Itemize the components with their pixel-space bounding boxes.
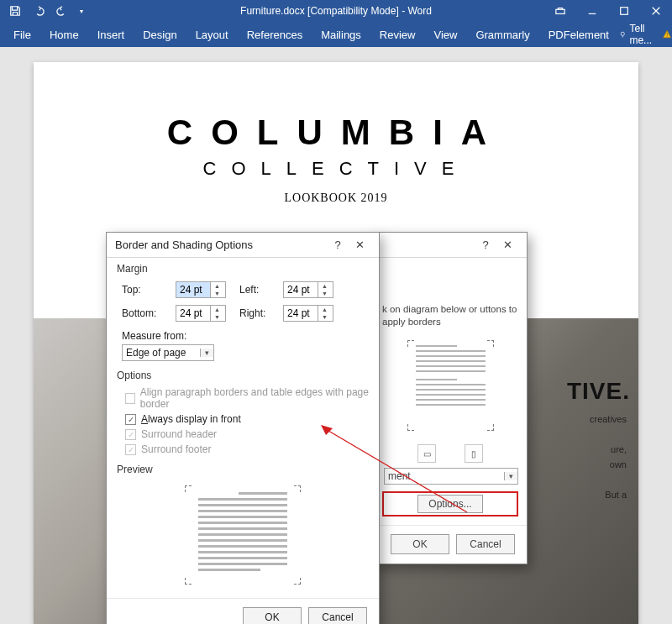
doc-headline-fragment: TIVE. [567,378,630,405]
left-margin-value[interactable] [284,282,318,297]
spin-down-icon[interactable]: ▼ [211,290,223,297]
surround-header-checkbox: ✓Surround header [107,427,370,442]
undo-icon[interactable] [29,2,49,20]
left-margin-input[interactable]: ▲▼ [283,281,333,298]
tab-layout[interactable]: Layout [187,24,237,46]
apply-to-value: ment [385,470,504,482]
align-borders-checkbox: Align paragraph borders and table edges … [107,385,370,412]
border-bottom-toggle[interactable]: ▭ [417,444,436,463]
chevron-down-icon: ▾ [200,349,213,357]
tab-view[interactable]: View [425,24,465,46]
svg-text:!: ! [667,32,669,38]
chevron-down-icon: ▾ [504,472,517,480]
preview-hint-text: k on diagram below or uttons to apply bo… [382,303,518,328]
tell-me-label: Tell me... [629,23,658,46]
cancel-button[interactable]: Cancel [456,534,515,554]
redo-icon[interactable] [52,2,72,20]
warning-icon: ! [663,29,671,40]
ribbon: File Home Insert Design Layout Reference… [0,22,672,47]
cancel-button[interactable]: Cancel [308,607,367,624]
help-icon[interactable]: ? [475,239,496,251]
surround-footer-label: Surround footer [141,443,211,455]
margin-group-label: Margin [107,258,379,275]
measure-from-value: Edge of page [123,347,200,359]
close-icon[interactable]: ✕ [349,239,370,251]
bottom-label: Bottom: [122,307,171,319]
title-bar: ▾ Furniture.docx [Compatibility Mode] - … [0,0,672,22]
doc-lookbook-label: LOOKBOOK 2019 [34,191,638,205]
spin-down-icon[interactable]: ▼ [318,290,331,297]
measure-from-label: Measure from: [122,330,369,342]
doc-heading-2: COLLECTIVE [34,158,638,180]
right-label: Right: [239,307,278,319]
close-icon[interactable]: ✕ [496,239,518,251]
ok-button[interactable]: OK [243,607,302,624]
close-icon[interactable] [640,0,672,22]
help-icon[interactable]: ? [327,239,349,251]
borders-shading-dialog: ? ✕ k on diagram below or uttons to appl… [373,232,528,564]
surround-header-label: Surround header [141,428,217,440]
doc-text-fragment-1: creatives [590,412,627,427]
border-preview-diagram[interactable] [402,335,499,436]
top-margin-value[interactable] [176,282,210,297]
dialog-title: Border and Shading Options [115,239,327,251]
svg-rect-0 [556,9,564,13]
doc-text-fragment-2a: ure, [611,442,627,457]
ok-button[interactable]: OK [391,534,449,554]
tab-grammarly[interactable]: Grammarly [467,24,538,46]
preview-group-label: Preview [107,459,379,475]
qat-dropdown-icon[interactable]: ▾ [76,2,87,20]
always-front-label: Always display in front [141,413,241,425]
tell-me-search[interactable]: Tell me... [619,23,659,46]
border-right-toggle[interactable]: ▯ [465,444,483,463]
apply-to-dropdown[interactable]: ment ▾ [384,468,518,485]
always-front-checkbox[interactable]: ✓Always display in front [107,412,370,427]
left-label: Left: [239,284,278,296]
ribbon-options-icon[interactable] [544,0,576,22]
tab-review[interactable]: Review [371,24,424,46]
options-button-label: Options... [428,498,471,510]
save-icon[interactable] [5,2,25,20]
tab-design[interactable]: Design [134,24,185,46]
top-label: Top: [122,284,171,296]
options-group-label: Options [107,361,379,381]
bottom-margin-input[interactable]: ▲▼ [176,305,226,322]
quick-access-toolbar: ▾ [0,2,87,20]
tab-insert[interactable]: Insert [89,24,134,46]
lightbulb-icon [619,29,627,39]
file-tab[interactable]: File [5,24,39,46]
spin-up-icon[interactable]: ▲ [211,306,223,313]
spin-up-icon[interactable]: ▲ [318,282,331,290]
spin-down-icon[interactable]: ▼ [318,313,331,321]
doc-text-fragment-3: But a [605,487,627,502]
margin-preview-diagram [180,480,306,590]
border-shading-options-dialog: Border and Shading Options ? ✕ Margin To… [106,232,380,624]
svg-rect-2 [621,8,628,15]
align-borders-label: Align paragraph borders and table edges … [140,386,370,410]
doc-heading-1: COLUMBIA [34,113,638,153]
doc-text-fragment-2b: own [610,457,627,472]
options-button-highlight: Options... [382,491,518,517]
bottom-margin-value[interactable] [176,306,210,321]
right-margin-value[interactable] [284,306,318,321]
minimize-icon[interactable] [576,0,608,22]
spin-up-icon[interactable]: ▲ [318,306,331,313]
options-button[interactable]: Options... [417,495,483,513]
tab-references[interactable]: References [239,24,311,46]
spin-up-icon[interactable]: ▲ [211,282,223,290]
tab-home[interactable]: Home [41,24,87,46]
tab-pdfelement[interactable]: PDFelement [540,24,617,46]
svg-point-5 [621,32,624,35]
measure-from-dropdown[interactable]: Edge of page ▾ [122,344,214,361]
maximize-icon[interactable] [608,0,640,22]
right-margin-input[interactable]: ▲▼ [283,305,333,322]
spin-down-icon[interactable]: ▼ [211,313,223,321]
top-margin-input[interactable]: ▲▼ [176,281,226,298]
surround-footer-checkbox: ✓Surround footer [107,442,370,457]
tab-mailings[interactable]: Mailings [312,24,370,46]
